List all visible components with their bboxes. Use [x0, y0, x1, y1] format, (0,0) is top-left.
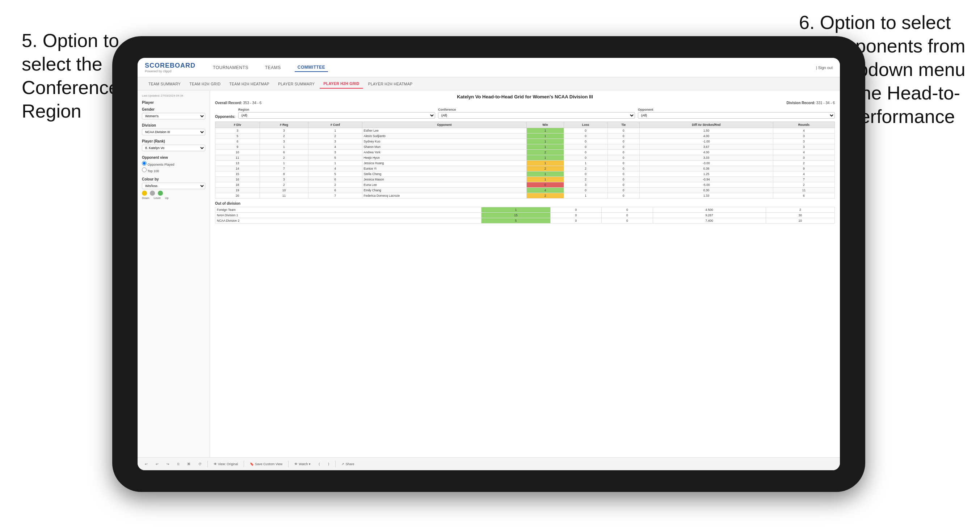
opponent-radio-group: Opponents Played Top 100 [142, 161, 205, 173]
table-row: 15 8 5 Stella Cheng 1 0 0 1.25 4 [215, 171, 835, 177]
sidebar-player-rank-label: Player (Rank) [142, 139, 205, 143]
cell-div: 9 [215, 144, 260, 150]
toolbar-sep3 [288, 461, 288, 467]
toolbar-redo[interactable]: ↪ [164, 461, 172, 467]
toolbar-paste[interactable]: ⌘ [185, 461, 192, 467]
toolbar-clock[interactable]: ⏱ [196, 461, 204, 467]
cell-opponent: Sydney Kuo [362, 139, 527, 144]
subnav-player-summary[interactable]: PLAYER SUMMARY [274, 79, 318, 88]
cell-loss: 0 [564, 139, 608, 144]
cell-opponent: Stella Cheng [362, 171, 527, 177]
subnav-player-h2h-grid[interactable]: PLAYER H2H GRID [320, 79, 363, 89]
ood-cell-rounds: 10 [766, 218, 834, 224]
opponent-view-label: Opponent view [142, 156, 205, 160]
toolbar-view-original[interactable]: 👁 View: Original [212, 461, 240, 467]
ood-cell-diff: 7.400 [653, 218, 766, 224]
cell-conf: 5 [309, 171, 362, 177]
radio-opponents-played[interactable]: Opponents Played [142, 161, 205, 167]
cell-rounds: 9 [773, 166, 834, 171]
sidebar-division-select[interactable]: NCAA Division III [142, 129, 205, 135]
cell-reg: 10 [259, 188, 309, 193]
sidebar-gender-select[interactable]: Women's [142, 113, 205, 119]
cell-opponent: Alexis Sudjianto [362, 133, 527, 139]
cell-loss: 2 [564, 177, 608, 182]
cell-rounds: 6 [773, 193, 834, 198]
cell-loss: 1 [564, 193, 608, 198]
cell-conf: 3 [309, 150, 362, 155]
cell-div: 10 [215, 150, 260, 155]
cell-rounds: 3 [773, 133, 834, 139]
cell-tie: 0 [608, 155, 640, 160]
cell-div: 3 [215, 128, 260, 133]
subnav-team-h2h-heatmap[interactable]: TEAM H2H HEATMAP [226, 79, 273, 88]
cell-win: 1 [527, 171, 564, 177]
table-row: 20 11 7 Federica Domecq Lacroze 2 1 0 1.… [215, 193, 835, 198]
cell-diff: -0.94 [640, 177, 773, 182]
toolbar-undo2[interactable]: ↩ [153, 461, 161, 467]
col-tie: Tie [608, 122, 640, 128]
toolbar-arrow1[interactable]: ⟨ [317, 461, 322, 467]
toolbar-sep1 [207, 461, 208, 467]
cell-loss: 3 [564, 182, 608, 188]
cell-diff: 1.33 [640, 193, 773, 198]
ood-cell-opponent: Foreign Team [215, 207, 482, 213]
cell-win: 2 [527, 166, 564, 171]
tablet-screen: SCOREBOARD Powered by clippd TOURNAMENTS… [138, 58, 840, 470]
toolbar-watch[interactable]: 👁 Watch ▾ [292, 461, 313, 467]
toolbar-copy[interactable]: ⎘ [175, 461, 181, 467]
subnav-player-h2h-heatmap[interactable]: PLAYER H2H HEATMAP [364, 79, 416, 88]
cell-conf: 6 [309, 188, 362, 193]
sidebar-colour-section: Colour by Win/loss Down Level Up [142, 177, 205, 200]
dot-down [142, 190, 147, 196]
cell-opponent: Jessica Huang [362, 160, 527, 166]
cell-win: 1 [527, 155, 564, 160]
table-row: 19 10 6 Emily Chang 4 0 0 0.30 11 [215, 188, 835, 193]
cell-win: 0 [527, 182, 564, 188]
colour-labels: Down Level Up [142, 197, 205, 200]
cell-div: 13 [215, 160, 260, 166]
ood-cell-loss: 0 [550, 213, 602, 218]
cell-diff: 0.38 [640, 166, 773, 171]
cell-loss: 0 [564, 171, 608, 177]
cell-diff: -5.00 [640, 182, 773, 188]
cell-div: 20 [215, 193, 260, 198]
filter-row: Opponents: Region (All) Conference (All) [215, 108, 835, 119]
ood-cell-opponent: NCAA Division 2 [215, 218, 482, 224]
ood-cell-loss: 0 [550, 207, 602, 213]
label-up: Up [165, 197, 169, 200]
toolbar-save-custom[interactable]: 🔖 Save Custom View [248, 461, 285, 467]
nav-tournaments[interactable]: TOURNAMENTS [210, 63, 251, 71]
toolbar-arrow2[interactable]: ⟩ [326, 461, 332, 467]
table-row: 13 1 1 Jessica Huang 1 1 0 -3.00 2 [215, 160, 835, 166]
table-row: 3 3 1 Esther Lee 1 0 0 1.50 4 [215, 128, 835, 133]
sidebar-opponent-section: Opponent view Opponents Played Top 100 [142, 156, 205, 173]
subnav-team-h2h-grid[interactable]: TEAM H2H GRID [186, 79, 224, 88]
sign-out-link[interactable]: | Sign out [816, 65, 833, 70]
toolbar-undo[interactable]: ↩ [143, 461, 150, 467]
toolbar-sep4 [335, 461, 336, 467]
col-loss: Loss [564, 122, 608, 128]
cell-opponent: Emily Chang [362, 188, 527, 193]
dot-level [150, 190, 155, 196]
radio-top100[interactable]: Top 100 [142, 167, 205, 173]
toolbar-share[interactable]: ↗ Share [339, 461, 356, 467]
filter-region-select[interactable]: (All) [238, 112, 435, 119]
cell-rounds: 3 [773, 144, 834, 150]
cell-loss: 0 [564, 155, 608, 160]
content-area: Katelyn Vo Head-to-Head Grid for Women's… [210, 90, 840, 457]
filter-conference-select[interactable]: (All) [438, 112, 635, 119]
cell-reg: 6 [259, 150, 309, 155]
subnav-team-summary[interactable]: TEAM SUMMARY [145, 79, 184, 88]
main-content: Last Updated: 27/03/2024 04:34 Player Ge… [138, 90, 840, 457]
nav-teams[interactable]: TEAMS [262, 63, 284, 71]
cell-win: 1 [527, 139, 564, 144]
out-of-division-header: Out of division [215, 202, 835, 205]
filter-group-conference: Conference (All) [438, 108, 635, 119]
cell-rounds: 3 [773, 155, 834, 160]
nav-committee[interactable]: COMMITTEE [295, 63, 328, 72]
cell-win: 1 [527, 128, 564, 133]
colour-by-select[interactable]: Win/loss [142, 183, 205, 189]
cell-reg: 3 [259, 139, 309, 144]
sidebar-player-rank-select[interactable]: 8. Katelyn Vo [142, 145, 205, 151]
filter-opponent-select[interactable]: (All) [638, 112, 835, 119]
